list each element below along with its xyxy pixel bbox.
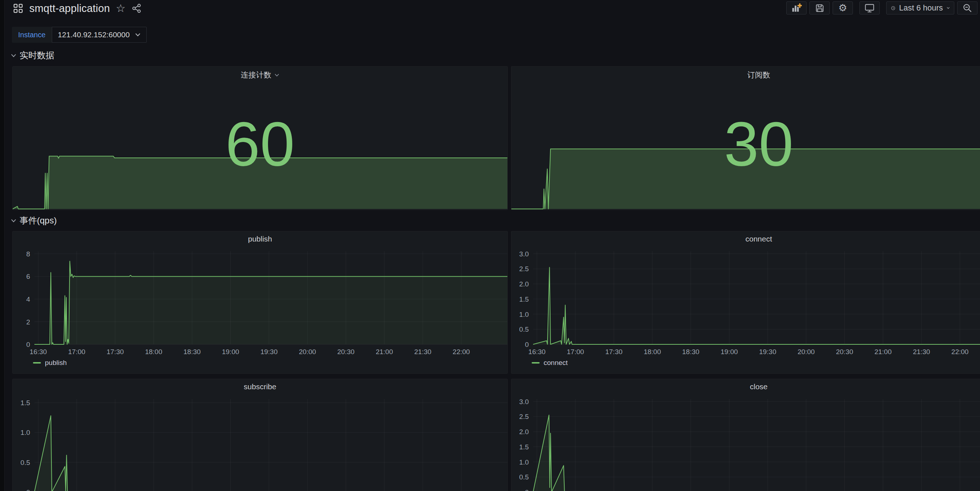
svg-text:8: 8 (26, 250, 30, 258)
svg-text:17:00: 17:00 (68, 348, 86, 356)
svg-text:0: 0 (26, 341, 30, 348)
svg-text:1.5: 1.5 (519, 443, 529, 451)
subscribe-chart[interactable]: 16:3017:0017:3018:0018:3019:0019:3020:00… (13, 379, 508, 491)
svg-text:1.0: 1.0 (21, 429, 30, 436)
svg-text:22:00: 22:00 (951, 348, 969, 356)
svg-text:21:00: 21:00 (375, 348, 393, 356)
connect-chart[interactable]: 16:3017:0017:3018:0018:3019:0019:3020:00… (511, 231, 980, 373)
publish-chart[interactable]: 16:3017:0017:3018:0018:3019:0019:3020:00… (13, 231, 508, 373)
panel-subscribe: subscribe 16:3017:0017:3018:0018:3019:00… (12, 379, 508, 491)
svg-text:4: 4 (26, 296, 30, 303)
svg-text:19:30: 19:30 (260, 348, 278, 356)
svg-text:16:30: 16:30 (528, 348, 546, 356)
clock-icon (891, 4, 895, 13)
chevron-down-icon (11, 54, 16, 57)
panel-title-publish[interactable]: publish (13, 235, 508, 243)
zoom-out-icon (963, 3, 972, 13)
svg-text:18:30: 18:30 (682, 348, 700, 356)
top-navbar: smqtt-application ☆ (5, 0, 980, 17)
svg-text:1.0: 1.0 (519, 458, 529, 466)
svg-text:17:00: 17:00 (567, 348, 584, 356)
subscription-count-value: 30 (511, 113, 980, 175)
section-title: 实时数据 (19, 49, 54, 61)
gear-icon: ⚙ (838, 3, 847, 13)
svg-text:18:00: 18:00 (644, 348, 661, 356)
svg-text:0.5: 0.5 (21, 459, 30, 466)
svg-text:20:00: 20:00 (299, 348, 316, 356)
legend-connect[interactable]: connect (531, 359, 568, 367)
instance-variable-value: 121.40.92.152:60000 (58, 30, 130, 39)
variable-label: Instance (12, 27, 52, 43)
panel-publish: publish 16:3017:0017:3018:0018:3019:0019… (12, 231, 508, 374)
svg-text:0: 0 (525, 341, 529, 348)
svg-text:3.0: 3.0 (519, 398, 529, 405)
svg-text:2: 2 (26, 318, 30, 326)
close-chart[interactable]: 16:3017:0017:3018:0018:3019:0019:3020:00… (511, 379, 980, 491)
tv-mode-button[interactable] (859, 2, 880, 14)
time-range-picker[interactable]: Last 6 hours (886, 2, 954, 14)
panel-title-close[interactable]: close (511, 382, 980, 391)
dashboard-settings-button[interactable]: ⚙ (833, 2, 853, 14)
section-title: 事件(qps) (19, 215, 57, 226)
svg-text:1.5: 1.5 (21, 399, 30, 407)
panel-menu-caret-icon (275, 73, 279, 77)
svg-text:21:30: 21:30 (913, 348, 931, 356)
svg-text:20:00: 20:00 (797, 348, 815, 356)
svg-text:20:30: 20:30 (337, 348, 355, 356)
section-header-events[interactable]: 事件(qps) (11, 215, 57, 226)
svg-text:2.5: 2.5 (519, 413, 529, 420)
panel-connect: connect 16:3017:0017:3018:0018:3019:0019… (511, 231, 980, 374)
svg-text:0: 0 (525, 488, 529, 491)
save-dashboard-button[interactable] (810, 2, 830, 14)
svg-text:2.5: 2.5 (519, 265, 529, 273)
svg-text:6: 6 (26, 273, 30, 280)
connection-count-value: 60 (13, 113, 508, 175)
apps-grid-icon[interactable] (13, 3, 24, 14)
legend-publish[interactable]: publish (33, 359, 67, 367)
svg-text:2.0: 2.0 (519, 280, 529, 288)
svg-text:1.0: 1.0 (519, 311, 529, 318)
svg-text:19:00: 19:00 (721, 348, 738, 356)
svg-text:0.5: 0.5 (519, 473, 529, 481)
legend-color-swatch (33, 362, 41, 364)
side-menu-edge (0, 0, 5, 491)
section-header-realtime[interactable]: 实时数据 (11, 50, 54, 61)
instance-variable-dropdown[interactable]: 121.40.92.152:60000 (52, 27, 147, 43)
svg-text:22:00: 22:00 (453, 348, 470, 356)
chevron-down-icon (947, 6, 950, 10)
svg-text:0.5: 0.5 (519, 326, 529, 333)
legend-color-swatch (531, 362, 539, 364)
star-icon[interactable]: ☆ (116, 3, 126, 14)
svg-text:16:30: 16:30 (30, 348, 47, 356)
chevron-down-icon (11, 219, 16, 223)
dashboard-title[interactable]: smqtt-application (29, 3, 110, 14)
chevron-down-icon (135, 33, 140, 37)
svg-text:19:00: 19:00 (222, 348, 239, 356)
navbar-toolbar: ⚙ Last 6 hours (786, 2, 980, 14)
add-panel-button[interactable] (786, 2, 807, 14)
legend-label: publish (45, 359, 67, 367)
panel-title-subscribe[interactable]: subscribe (13, 382, 508, 391)
svg-text:18:30: 18:30 (184, 348, 201, 356)
svg-text:2.0: 2.0 (519, 428, 529, 435)
time-range-label: Last 6 hours (899, 3, 943, 13)
zoom-out-button[interactable] (957, 2, 977, 14)
svg-text:20:30: 20:30 (836, 348, 853, 356)
svg-text:21:00: 21:00 (874, 348, 892, 356)
panel-close: close 16:3017:0017:3018:0018:3019:0019:3… (511, 379, 980, 491)
legend-label: connect (544, 359, 568, 367)
svg-text:18:00: 18:00 (145, 348, 162, 356)
svg-text:1.5: 1.5 (519, 296, 529, 303)
grafana-dashboard: smqtt-application ☆ (0, 0, 980, 491)
svg-text:17:30: 17:30 (107, 348, 124, 356)
panel-connection-count: 连接计数 60 (12, 66, 508, 210)
panel-title-connection-count[interactable]: 连接计数 (13, 70, 508, 80)
share-icon[interactable] (132, 3, 142, 13)
svg-text:21:30: 21:30 (414, 348, 432, 356)
panel-title-subscription-count[interactable]: 订阅数 (511, 70, 980, 80)
panel-title-connect[interactable]: connect (511, 235, 980, 243)
svg-text:17:30: 17:30 (605, 348, 622, 356)
svg-text:0: 0 (26, 488, 30, 491)
svg-text:19:30: 19:30 (759, 348, 776, 356)
variable-row: Instance 121.40.92.152:60000 (12, 27, 147, 43)
